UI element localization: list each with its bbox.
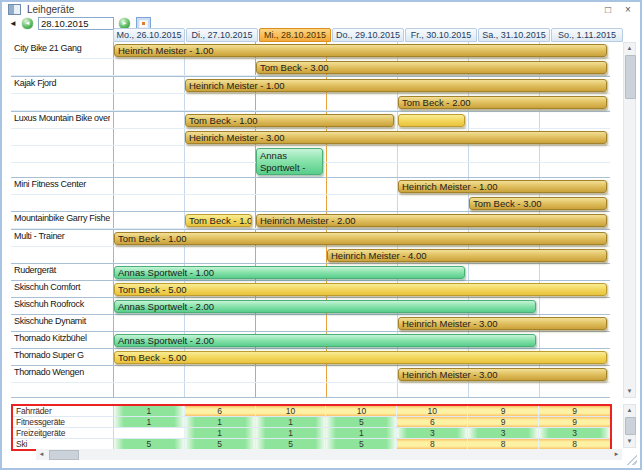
booking-bar[interactable]: Annas Sportwelt - 2.00 — [114, 334, 536, 347]
summary-vertical-scrollbar[interactable]: ▲ ▼ — [623, 404, 636, 448]
booking-bar[interactable]: Tom Beck - 1.00 — [185, 214, 252, 227]
summary-scroll-up-icon[interactable]: ▲ — [624, 405, 635, 416]
day-header-6[interactable]: So., 1.11.2015 — [551, 28, 623, 42]
equipment-label: Kajak Fjord — [14, 78, 110, 88]
main-scroll-thumb[interactable] — [625, 55, 636, 99]
summary-count-cell: 1 — [114, 417, 185, 427]
summary-count-cell: 1 — [256, 417, 327, 427]
app-window: Leihgeräte □ × ◄ ◄ 28.10.2015 ► Mo., 26.… — [0, 0, 642, 470]
booking-bar[interactable]: Heinrich Meister - 4.00 — [327, 249, 607, 262]
booking-bar[interactable]: Tom Beck - 1.00 — [185, 114, 394, 127]
booking-bar[interactable]: Heinrich Meister - 3.00 — [398, 368, 607, 381]
scroll-down-icon[interactable]: ▼ — [624, 386, 635, 397]
booking-bar[interactable]: Tom Beck - 3.00 — [256, 61, 607, 74]
summary-count-cell: 3 — [539, 428, 610, 438]
day-header-row: Mo., 26.10.2015Di., 27.10.2015Mi., 28.10… — [11, 28, 624, 42]
equipment-row-10: Thornado KitzbühelAnnas Sportwelt - 2.00 — [11, 332, 610, 349]
horizontal-scroll-thumb[interactable] — [49, 450, 79, 460]
summary-scroll-thumb[interactable] — [625, 417, 636, 435]
booking-bar[interactable]: Tom Beck - 1.00 — [114, 232, 607, 245]
day-header-0[interactable]: Mo., 26.10.2015 — [113, 28, 185, 42]
summary-count-cell — [114, 428, 185, 438]
summary-count-cell: 5 — [326, 439, 397, 449]
summary-category-label: Ski — [13, 439, 114, 449]
equipment-label: Multi - Trainer — [14, 231, 110, 241]
resize-grip[interactable] — [626, 454, 637, 465]
booking-bar[interactable]: Heinrich Meister - 1.00 — [398, 180, 607, 193]
today-calendar-icon — [139, 20, 148, 28]
day-header-5[interactable]: Sa., 31.10.2015 — [478, 28, 550, 42]
booking-bar[interactable]: Heinrich Meister - 1.00 — [185, 79, 607, 92]
equipment-label: Thornado Wengen — [14, 367, 110, 377]
maximize-button-icon[interactable]: □ — [600, 3, 616, 16]
booking-bar[interactable]: Tom Beck - 2.00 — [398, 96, 607, 109]
summary-count-cell: 9 — [468, 406, 539, 416]
booking-bar[interactable]: Heinrich Meister - 2.00 — [256, 214, 607, 227]
equipment-row-12: Thornado WengenHeinrich Meister - 3.00 — [11, 366, 610, 398]
summary-count-cell: 1 — [185, 417, 256, 427]
summary-count-cell: 9 — [539, 406, 610, 416]
main-vertical-scrollbar[interactable]: ▲ ▼ — [623, 42, 636, 398]
equipment-label: Luxus Mountain Bike oversized — [14, 113, 110, 123]
equipment-row-7: Skischuh ComfortTom Beck - 5.00 — [11, 281, 610, 298]
summary-count-cell: 10 — [326, 406, 397, 416]
booking-bar[interactable]: Heinrich Meister - 3.00 — [398, 317, 607, 330]
header-spacer — [11, 28, 113, 42]
summary-count-cell: 10 — [256, 406, 327, 416]
booking-bar[interactable]: Tom Beck - 5.00 — [114, 351, 607, 364]
equipment-row-1: Kajak FjordHeinrich Meister - 1.00Tom Be… — [11, 77, 610, 112]
booking-bar[interactable]: Heinrich Meister - 3.00 — [185, 131, 607, 144]
summary-category-label: Freizeitgeräte — [13, 428, 114, 438]
close-button-icon[interactable]: × — [620, 3, 636, 16]
window-icon — [8, 4, 21, 15]
summary-count-cell: 5 — [256, 439, 327, 449]
summary-count-cell: 5 — [326, 417, 397, 427]
booking-bar[interactable]: Heinrich Meister - 1.00 — [114, 44, 607, 57]
summary-category-label: Fahrräder — [13, 406, 114, 416]
equipment-row-3: Mini Fitness CenterHeinrich Meister - 1.… — [11, 178, 610, 212]
equipment-label: Skischuh Comfort — [14, 282, 110, 292]
booking-bar[interactable]: Annas Sportwelt - 2.00 — [114, 300, 536, 313]
summary-row-1: Fitnessgeräte1115699 — [13, 417, 610, 428]
summary-count-cell: 6 — [185, 406, 256, 416]
equipment-row-6: RudergerätAnnas Sportwelt - 1.00 — [11, 264, 610, 281]
summary-count-cell: 1 — [256, 428, 327, 438]
summary-count-cell: 8 — [468, 439, 539, 449]
scroll-left-icon[interactable]: ◄ — [36, 449, 47, 460]
booking-bar[interactable] — [398, 114, 465, 127]
equipment-label: City Bike 21 Gang — [14, 43, 110, 53]
equipment-label: Mountainbike Garry Fisher — [14, 213, 110, 223]
equipment-row-4: Mountainbike Garry FisherTom Beck - 1.00… — [11, 212, 610, 230]
summary-row-2: Freizeitgeräte111333 — [13, 428, 610, 439]
booking-bar[interactable]: Annas Sportwelt - 2.00 — [256, 148, 323, 175]
equipment-row-9: Skischuhe DynamitHeinrich Meister - 3.00 — [11, 315, 610, 332]
equipment-label: Thornado Super G — [14, 350, 110, 360]
equipment-row-2: Luxus Mountain Bike oversizedTom Beck - … — [11, 112, 610, 178]
summary-count-cell: 1 — [326, 428, 397, 438]
window-title: Leihgeräte — [27, 4, 74, 15]
chart-body: City Bike 21 GangHeinrich Meister - 1.00… — [11, 42, 610, 398]
equipment-label: Rudergerät — [14, 265, 110, 275]
equipment-row-8: Skischuh RoofrockAnnas Sportwelt - 2.00 — [11, 298, 610, 315]
summary-row-3: Ski5555888 — [13, 439, 610, 449]
equipment-label: Mini Fitness Center — [14, 179, 110, 189]
summary-count-cell: 1 — [185, 428, 256, 438]
summary-table: Fahrräder1610101099Fitnessgeräte1115699F… — [11, 404, 612, 451]
day-header-1[interactable]: Di., 27.10.2015 — [186, 28, 258, 42]
scroll-right-icon[interactable]: ► — [611, 449, 622, 460]
summary-count-cell: 1 — [114, 406, 185, 416]
summary-scroll-down-icon[interactable]: ▼ — [624, 436, 635, 447]
summary-count-cell: 5 — [114, 439, 185, 449]
horizontal-scrollbar[interactable]: ◄ ► — [36, 449, 622, 460]
day-header-2[interactable]: Mi., 28.10.2015 — [259, 28, 331, 42]
booking-bar[interactable]: Tom Beck - 5.00 — [114, 283, 607, 296]
booking-bar[interactable]: Annas Sportwelt - 1.00 — [114, 266, 465, 279]
day-header-4[interactable]: Fr., 30.10.2015 — [405, 28, 477, 42]
summary-count-cell: 10 — [397, 406, 468, 416]
equipment-row-11: Thornado Super GTom Beck - 5.00 — [11, 349, 610, 366]
booking-bar[interactable]: Tom Beck - 3.00 — [469, 197, 607, 210]
equipment-row-5: Multi - TrainerTom Beck - 1.00Heinrich M… — [11, 230, 610, 264]
scroll-up-icon[interactable]: ▲ — [624, 43, 635, 54]
summary-count-cell: 6 — [397, 417, 468, 427]
day-header-3[interactable]: Do., 29.10.2015 — [332, 28, 404, 42]
